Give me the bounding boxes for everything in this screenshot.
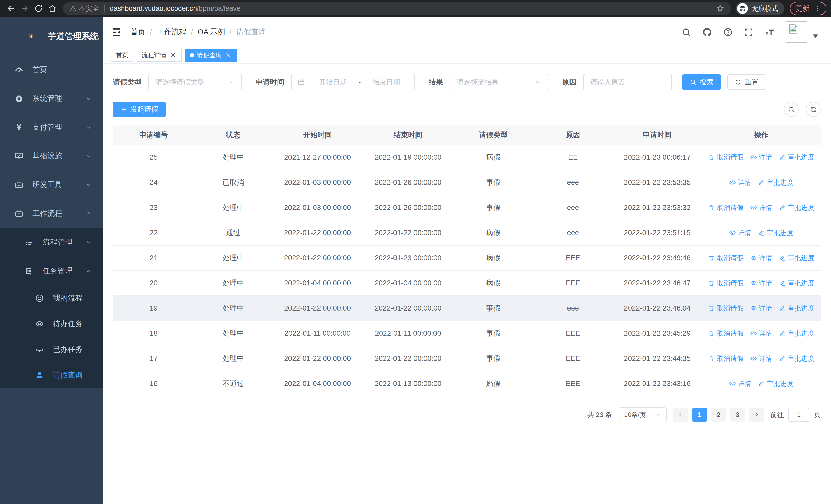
action-progress-link[interactable]: 审批进度 <box>779 354 814 363</box>
apply-time-range-picker[interactable]: 开始日期 - 结束日期 <box>291 74 415 90</box>
github-icon[interactable] <box>703 27 712 37</box>
action-progress-link[interactable]: 审批进度 <box>779 329 814 338</box>
sidebar-item-workflow[interactable]: 工作流程 <box>0 199 103 228</box>
sidebar-item-label: 请假查询 <box>53 370 83 380</box>
action-cancel-link[interactable]: 取消请假 <box>708 329 744 338</box>
action-label: 取消请假 <box>717 279 744 288</box>
action-label: 审批进度 <box>787 304 814 313</box>
action-progress-link[interactable]: 审批进度 <box>779 254 814 263</box>
action-cancel-link[interactable]: 取消请假 <box>708 254 744 263</box>
result-select[interactable]: 请选择流结果 <box>450 74 548 90</box>
sidebar-item-my-process[interactable]: 我的流程 <box>0 285 103 311</box>
page-button-3[interactable]: 3 <box>730 408 745 422</box>
sidebar-item-done-tasks[interactable]: 已办任务 <box>0 337 103 362</box>
action-detail-link[interactable]: 详情 <box>729 379 751 388</box>
tab-首页[interactable]: 首页 <box>111 49 134 62</box>
sidebar-item-leave-query[interactable]: 请假查询 <box>0 362 103 388</box>
address-bar[interactable]: 不安全 dashboard.yudao.iocoder.cn/bpm/oa/le… <box>63 2 731 15</box>
sidebar-item-todo-tasks[interactable]: 待办任务 <box>0 311 103 337</box>
sidebar-item-devtools[interactable]: 研发工具 <box>0 170 103 199</box>
action-label: 审批进度 <box>787 279 814 288</box>
search-button[interactable]: 搜索 <box>682 75 721 90</box>
action-detail-link[interactable]: 详情 <box>750 329 772 338</box>
action-progress-link[interactable]: 审批进度 <box>758 228 793 237</box>
action-progress-link[interactable]: 审批进度 <box>779 203 814 212</box>
sidebar-collapse-icon[interactable] <box>111 27 122 37</box>
toggle-search-button[interactable] <box>784 102 799 117</box>
search-icon[interactable] <box>682 27 691 37</box>
sidebar-item-payment[interactable]: ¥支付管理 <box>0 113 103 142</box>
page-size-select[interactable]: 10条/页 <box>619 407 667 422</box>
user-icon <box>34 371 45 380</box>
sidebar-item-process-mgmt[interactable]: 流程管理 <box>0 228 103 257</box>
action-detail-link[interactable]: 详情 <box>750 304 772 313</box>
cell-id: 22 <box>113 220 194 245</box>
page-button-1[interactable]: 1 <box>692 408 707 422</box>
action-progress-link[interactable]: 审批进度 <box>779 279 814 288</box>
action-detail-link[interactable]: 详情 <box>750 203 772 212</box>
browser-update-button[interactable]: 更新 <box>790 2 826 15</box>
browser-back-button[interactable] <box>5 2 17 14</box>
incognito-badge: 无痕模式 <box>736 2 784 15</box>
close-icon[interactable] <box>169 52 177 59</box>
action-detail-link[interactable]: 详情 <box>750 354 772 363</box>
action-progress-link[interactable]: 审批进度 <box>779 153 814 162</box>
action-progress-link[interactable]: 审批进度 <box>758 379 793 388</box>
chevron-down-icon <box>85 95 92 102</box>
action-progress-link[interactable]: 审批进度 <box>779 304 814 313</box>
breadcrumb-item[interactable]: 首页 <box>131 27 145 37</box>
page-button-2[interactable]: 2 <box>711 408 726 422</box>
cell-type: 病假 <box>454 270 534 296</box>
action-label: 详情 <box>759 203 772 212</box>
fullscreen-icon[interactable] <box>744 27 753 37</box>
browser-forward-button[interactable] <box>19 2 31 14</box>
action-cancel-link[interactable]: 取消请假 <box>708 153 744 162</box>
action-cancel-link[interactable]: 取消请假 <box>708 279 744 288</box>
action-detail-link[interactable]: 详情 <box>729 178 751 187</box>
breadcrumb-item[interactable]: 工作流程 <box>156 27 186 37</box>
create-leave-button[interactable]: 发起请假 <box>113 101 166 117</box>
header-actions <box>682 21 820 43</box>
column-header: 操作 <box>702 125 821 145</box>
browser-home-button[interactable] <box>46 2 58 14</box>
cell-status: 通过 <box>194 220 272 245</box>
leave-type-select[interactable]: 请选择请假类型 <box>148 74 242 90</box>
reset-button[interactable]: 重置 <box>727 75 766 90</box>
incognito-icon <box>737 3 748 14</box>
prev-page-button[interactable] <box>674 408 688 422</box>
goto-page-input[interactable]: 1 <box>789 408 809 422</box>
font-size-icon[interactable] <box>765 27 774 37</box>
help-icon[interactable] <box>723 27 733 37</box>
action-progress-link[interactable]: 审批进度 <box>758 178 793 187</box>
sidebar-item-home[interactable]: 首页 <box>0 55 103 84</box>
tab-请假查询[interactable]: 请假查询 <box>185 49 237 62</box>
action-detail-link[interactable]: 详情 <box>750 279 772 288</box>
reason-input[interactable]: 请输入原因 <box>583 74 672 90</box>
column-header: 申请编号 <box>113 125 194 145</box>
action-detail-link[interactable]: 详情 <box>750 153 772 162</box>
breadcrumb-item[interactable]: OA 示例 <box>198 27 225 37</box>
action-cancel-link[interactable]: 取消请假 <box>708 203 744 212</box>
close-icon[interactable] <box>225 52 232 59</box>
view-icon <box>729 230 736 236</box>
action-cancel-link[interactable]: 取消请假 <box>708 304 744 313</box>
bookmark-star-icon[interactable] <box>716 4 724 12</box>
app-logo-row[interactable]: 芋道管理系统 <box>0 17 103 55</box>
browser-menu-icon[interactable] <box>814 5 821 12</box>
action-cancel-link[interactable]: 取消请假 <box>708 354 744 363</box>
sidebar-item-task-mgmt[interactable]: 任务管理 <box>0 257 103 285</box>
sidebar-item-infra[interactable]: 基础设施 <box>0 142 103 170</box>
sidebar-item-system[interactable]: 系统管理 <box>0 84 103 113</box>
arrow-right-icon <box>753 411 760 418</box>
cell-id: 25 <box>113 145 194 170</box>
action-detail-link[interactable]: 详情 <box>729 228 751 237</box>
action-detail-link[interactable]: 详情 <box>750 254 772 263</box>
action-label: 取消请假 <box>717 153 744 162</box>
tab-流程详情[interactable]: 流程详情 <box>137 49 182 62</box>
refresh-table-button[interactable] <box>806 102 821 117</box>
site-security-chip[interactable]: 不安全 <box>70 4 99 13</box>
trash-icon <box>708 204 715 211</box>
next-page-button[interactable] <box>749 408 764 422</box>
user-menu[interactable] <box>785 21 820 43</box>
browser-reload-button[interactable] <box>32 2 45 14</box>
